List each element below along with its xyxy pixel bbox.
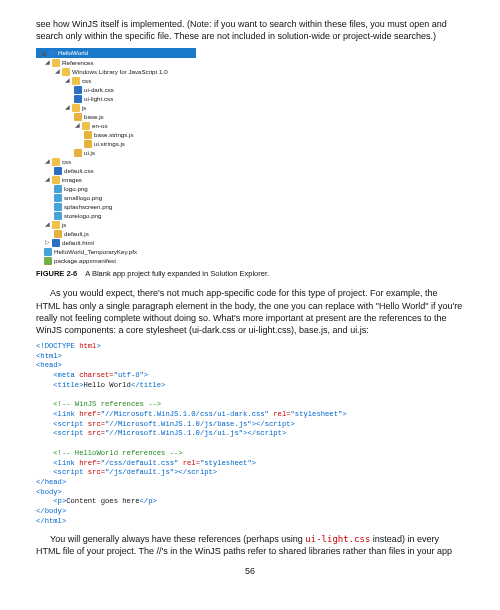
js-file-icon [84,131,92,139]
js-file-icon [54,230,62,238]
tree-row[interactable]: smalllogo.png [36,193,196,202]
body-paragraph: As you would expect, there's not much ap… [36,287,464,336]
tree-label: base.js [84,113,104,121]
folder-icon [82,122,90,130]
tree-label: storelogo.png [64,212,102,220]
tree-label: ui.strings.js [94,140,125,148]
tree-label: default.css [64,167,94,175]
folder-icon [72,104,80,112]
folder-icon [52,176,60,184]
figure-caption: FIGURE 2-6 A Blank app project fully exp… [36,269,464,279]
tree-row[interactable]: ◢ References [36,58,196,67]
folder-icon [72,77,80,85]
manifest-file-icon [44,257,52,265]
tree-label: Windows Library for JavaScript 1.0 [72,68,168,76]
body-paragraph-2: You will generally always have these ref… [36,533,464,557]
css-file-icon [74,95,82,103]
tree-row[interactable]: ◢ js [36,220,196,229]
image-file-icon [54,212,62,220]
folder-icon [52,59,60,67]
collapse-icon[interactable]: ▷ [44,240,50,246]
project-icon [48,49,56,57]
tree-row[interactable]: base.strings.js [36,130,196,139]
intro-paragraph: see how WinJS itself is implemented. (No… [36,18,464,42]
css-file-icon [74,86,82,94]
expand-icon[interactable]: ◢ [44,222,50,228]
tree-label: HelloWorld_TemporaryKey.pfx [54,248,137,256]
tree-row[interactable]: logo.png [36,184,196,193]
tree-label: js [62,221,66,229]
expand-icon[interactable]: ◢ [64,78,70,84]
js-file-icon [84,140,92,148]
tree-label: smalllogo.png [64,194,102,202]
tree-label: js [82,104,86,112]
tree-label: css [62,158,71,166]
tree-row[interactable]: ◢ css [36,157,196,166]
tree-label: logo.png [64,185,88,193]
cert-file-icon [44,248,52,256]
tree-label: default.html [62,239,94,247]
tree-label: HelloWorld [58,49,88,57]
tree-label: ui-light.css [84,95,113,103]
tree-row[interactable]: ui-dark.css [36,85,196,94]
image-file-icon [54,203,62,211]
expand-icon[interactable]: ◢ [74,123,80,129]
tree-label: en-us [92,122,107,130]
tree-row[interactable]: package.appxmanifest [36,256,196,265]
tree-row[interactable]: ▷ default.html [36,238,196,247]
tree-row[interactable]: default.css [36,166,196,175]
tree-row[interactable]: ui-light.css [36,94,196,103]
tree-row[interactable]: ui.js [36,148,196,157]
tree-row[interactable]: ◢ Windows Library for JavaScript 1.0 [36,67,196,76]
solution-explorer-tree: ◢ HelloWorld ◢ References ◢ Windows Libr… [36,48,196,265]
tree-label: images [62,176,82,184]
folder-icon [52,221,60,229]
tree-label: References [62,59,94,67]
expand-icon[interactable]: ◢ [44,60,50,66]
figure-text: A Blank app project fully expanded in So… [85,269,269,278]
tree-label: default.js [64,230,89,238]
image-file-icon [54,194,62,202]
folder-icon [52,158,60,166]
tree-row[interactable]: base.js [36,112,196,121]
tree-row[interactable]: splashscreen.png [36,202,196,211]
expand-icon[interactable]: ◢ [54,69,60,75]
tree-row[interactable]: ◢ images [36,175,196,184]
tree-label: ui-dark.css [84,86,114,94]
tree-row[interactable]: ui.strings.js [36,139,196,148]
tree-label: base.strings.js [94,131,134,139]
tree-root[interactable]: ◢ HelloWorld [36,48,196,58]
html-file-icon [52,239,60,247]
tree-row[interactable]: storelogo.png [36,211,196,220]
code-block: <!DOCTYPE html> <html> <head> <meta char… [36,342,464,527]
tree-row[interactable]: HelloWorld_TemporaryKey.pfx [36,247,196,256]
tree-label: ui.js [84,149,95,157]
tree-row[interactable]: ◢ en-us [36,121,196,130]
expand-icon[interactable]: ◢ [40,50,46,56]
inline-code: ui-light.css [305,534,370,544]
tree-row[interactable]: ◢ js [36,103,196,112]
js-file-icon [74,113,82,121]
figure-label: FIGURE 2-6 [36,269,77,278]
expand-icon[interactable]: ◢ [44,177,50,183]
tree-label: package.appxmanifest [54,257,116,265]
tree-row[interactable]: default.js [36,229,196,238]
expand-icon[interactable]: ◢ [44,159,50,165]
page-number: 56 [36,565,464,577]
js-file-icon [74,149,82,157]
css-file-icon [54,167,62,175]
image-file-icon [54,185,62,193]
tree-row[interactable]: ◢ css [36,76,196,85]
tree-label: css [82,77,91,85]
expand-icon[interactable]: ◢ [64,105,70,111]
tree-label: splashscreen.png [64,203,113,211]
folder-icon [62,68,70,76]
